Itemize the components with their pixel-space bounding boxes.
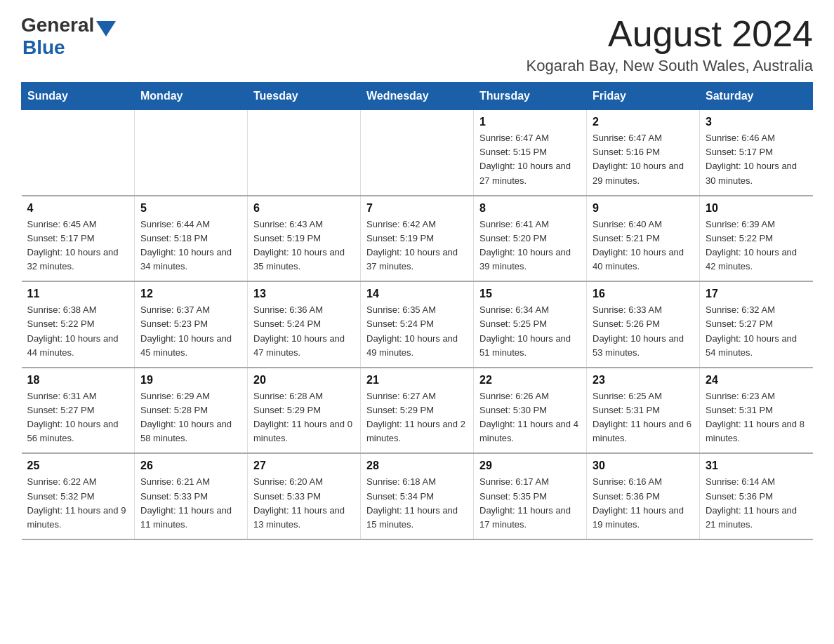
calendar-cell: 3Sunrise: 6:46 AMSunset: 5:17 PMDaylight…	[700, 110, 813, 196]
day-number: 24	[706, 374, 807, 387]
day-number: 15	[479, 288, 581, 300]
logo-triangle-icon	[96, 21, 116, 36]
weekday-header-wednesday: Wednesday	[361, 83, 474, 110]
day-number: 21	[366, 374, 468, 387]
day-number: 1	[479, 116, 581, 128]
day-number: 12	[140, 288, 241, 300]
calendar-week-row: 25Sunrise: 6:22 AMSunset: 5:32 PMDayligh…	[22, 453, 813, 539]
day-number: 25	[27, 459, 129, 472]
day-number: 20	[253, 374, 355, 387]
logo-general-text: General	[21, 14, 94, 36]
calendar-cell	[248, 110, 361, 196]
calendar-cell: 15Sunrise: 6:34 AMSunset: 5:25 PMDayligh…	[474, 281, 587, 368]
weekday-header-sunday: Sunday	[22, 83, 135, 110]
day-number: 3	[706, 116, 807, 128]
calendar-cell: 9Sunrise: 6:40 AMSunset: 5:21 PMDaylight…	[587, 196, 700, 282]
calendar-cell: 22Sunrise: 6:26 AMSunset: 5:30 PMDayligh…	[474, 368, 587, 454]
day-info: Sunrise: 6:39 AMSunset: 5:22 PMDaylight:…	[706, 217, 807, 274]
calendar-cell: 25Sunrise: 6:22 AMSunset: 5:32 PMDayligh…	[22, 453, 135, 539]
day-info: Sunrise: 6:26 AMSunset: 5:30 PMDaylight:…	[479, 389, 581, 446]
day-info: Sunrise: 6:38 AMSunset: 5:22 PMDaylight:…	[27, 303, 129, 360]
day-number: 29	[479, 459, 581, 472]
day-number: 17	[706, 288, 807, 300]
day-info: Sunrise: 6:40 AMSunset: 5:21 PMDaylight:…	[593, 217, 694, 274]
calendar-cell: 4Sunrise: 6:45 AMSunset: 5:17 PMDaylight…	[22, 196, 135, 282]
calendar-cell: 11Sunrise: 6:38 AMSunset: 5:22 PMDayligh…	[22, 281, 135, 368]
calendar-cell: 10Sunrise: 6:39 AMSunset: 5:22 PMDayligh…	[700, 196, 813, 282]
calendar-cell: 27Sunrise: 6:20 AMSunset: 5:33 PMDayligh…	[248, 453, 361, 539]
day-info: Sunrise: 6:34 AMSunset: 5:25 PMDaylight:…	[479, 303, 581, 360]
day-number: 16	[593, 288, 694, 300]
calendar-cell: 8Sunrise: 6:41 AMSunset: 5:20 PMDaylight…	[474, 196, 587, 282]
calendar-cell: 23Sunrise: 6:25 AMSunset: 5:31 PMDayligh…	[587, 368, 700, 454]
calendar-cell: 19Sunrise: 6:29 AMSunset: 5:28 PMDayligh…	[135, 368, 248, 454]
day-number: 28	[366, 459, 468, 472]
calendar-cell: 29Sunrise: 6:17 AMSunset: 5:35 PMDayligh…	[474, 453, 587, 539]
day-number: 5	[140, 202, 241, 215]
calendar-cell: 18Sunrise: 6:31 AMSunset: 5:27 PMDayligh…	[22, 368, 135, 454]
calendar-table: SundayMondayTuesdayWednesdayThursdayFrid…	[21, 82, 813, 540]
calendar-cell: 17Sunrise: 6:32 AMSunset: 5:27 PMDayligh…	[700, 281, 813, 368]
calendar-cell: 2Sunrise: 6:47 AMSunset: 5:16 PMDaylight…	[587, 110, 700, 196]
weekday-header-saturday: Saturday	[700, 83, 813, 110]
calendar-cell: 21Sunrise: 6:27 AMSunset: 5:29 PMDayligh…	[361, 368, 474, 454]
day-info: Sunrise: 6:46 AMSunset: 5:17 PMDaylight:…	[706, 131, 807, 188]
day-number: 2	[593, 116, 694, 128]
day-number: 8	[479, 202, 581, 215]
month-title: August 2024	[527, 14, 813, 54]
day-info: Sunrise: 6:31 AMSunset: 5:27 PMDaylight:…	[27, 389, 129, 446]
day-number: 26	[140, 459, 241, 472]
day-info: Sunrise: 6:33 AMSunset: 5:26 PMDaylight:…	[593, 303, 694, 360]
day-number: 23	[593, 374, 694, 387]
calendar-cell: 31Sunrise: 6:14 AMSunset: 5:36 PMDayligh…	[700, 453, 813, 539]
day-number: 30	[593, 459, 694, 472]
calendar-cell: 28Sunrise: 6:18 AMSunset: 5:34 PMDayligh…	[361, 453, 474, 539]
day-info: Sunrise: 6:42 AMSunset: 5:19 PMDaylight:…	[366, 217, 468, 274]
day-number: 22	[479, 374, 581, 387]
day-number: 18	[27, 374, 129, 387]
day-number: 27	[253, 459, 355, 472]
day-info: Sunrise: 6:17 AMSunset: 5:35 PMDaylight:…	[479, 475, 581, 532]
day-info: Sunrise: 6:36 AMSunset: 5:24 PMDaylight:…	[253, 303, 355, 360]
calendar-cell: 13Sunrise: 6:36 AMSunset: 5:24 PMDayligh…	[248, 281, 361, 368]
day-info: Sunrise: 6:23 AMSunset: 5:31 PMDaylight:…	[706, 389, 807, 446]
day-number: 14	[366, 288, 468, 300]
calendar-week-row: 18Sunrise: 6:31 AMSunset: 5:27 PMDayligh…	[22, 368, 813, 454]
calendar-cell	[22, 110, 135, 196]
calendar-cell: 30Sunrise: 6:16 AMSunset: 5:36 PMDayligh…	[587, 453, 700, 539]
day-info: Sunrise: 6:45 AMSunset: 5:17 PMDaylight:…	[27, 217, 129, 274]
calendar-cell: 7Sunrise: 6:42 AMSunset: 5:19 PMDaylight…	[361, 196, 474, 282]
day-number: 7	[366, 202, 468, 215]
day-info: Sunrise: 6:29 AMSunset: 5:28 PMDaylight:…	[140, 389, 241, 446]
day-number: 6	[253, 202, 355, 215]
day-number: 31	[706, 459, 807, 472]
day-info: Sunrise: 6:20 AMSunset: 5:33 PMDaylight:…	[253, 475, 355, 532]
calendar-week-row: 11Sunrise: 6:38 AMSunset: 5:22 PMDayligh…	[22, 281, 813, 368]
day-info: Sunrise: 6:14 AMSunset: 5:36 PMDaylight:…	[706, 475, 807, 532]
day-number: 11	[27, 288, 129, 300]
calendar-cell: 1Sunrise: 6:47 AMSunset: 5:15 PMDaylight…	[474, 110, 587, 196]
day-number: 9	[593, 202, 694, 215]
weekday-header-thursday: Thursday	[474, 83, 587, 110]
day-number: 19	[140, 374, 241, 387]
weekday-header-friday: Friday	[587, 83, 700, 110]
calendar-cell: 14Sunrise: 6:35 AMSunset: 5:24 PMDayligh…	[361, 281, 474, 368]
weekday-header-monday: Monday	[135, 83, 248, 110]
day-info: Sunrise: 6:43 AMSunset: 5:19 PMDaylight:…	[253, 217, 355, 274]
calendar-cell: 24Sunrise: 6:23 AMSunset: 5:31 PMDayligh…	[700, 368, 813, 454]
calendar-header-row: SundayMondayTuesdayWednesdayThursdayFrid…	[22, 83, 813, 110]
day-info: Sunrise: 6:27 AMSunset: 5:29 PMDaylight:…	[366, 389, 468, 446]
day-info: Sunrise: 6:21 AMSunset: 5:33 PMDaylight:…	[140, 475, 241, 532]
weekday-header-tuesday: Tuesday	[248, 83, 361, 110]
calendar-cell	[135, 110, 248, 196]
calendar-cell: 6Sunrise: 6:43 AMSunset: 5:19 PMDaylight…	[248, 196, 361, 282]
calendar-week-row: 1Sunrise: 6:47 AMSunset: 5:15 PMDaylight…	[22, 110, 813, 196]
logo: General Blue	[21, 14, 116, 59]
day-number: 13	[253, 288, 355, 300]
calendar-cell: 5Sunrise: 6:44 AMSunset: 5:18 PMDaylight…	[135, 196, 248, 282]
calendar-cell: 26Sunrise: 6:21 AMSunset: 5:33 PMDayligh…	[135, 453, 248, 539]
day-info: Sunrise: 6:47 AMSunset: 5:16 PMDaylight:…	[593, 131, 694, 188]
calendar-week-row: 4Sunrise: 6:45 AMSunset: 5:17 PMDaylight…	[22, 196, 813, 282]
day-info: Sunrise: 6:41 AMSunset: 5:20 PMDaylight:…	[479, 217, 581, 274]
day-info: Sunrise: 6:32 AMSunset: 5:27 PMDaylight:…	[706, 303, 807, 360]
